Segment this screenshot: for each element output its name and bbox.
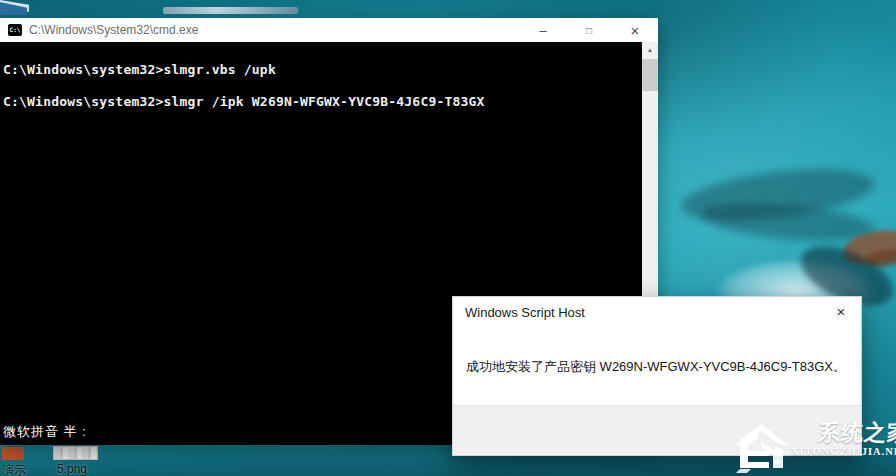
wsh-dialog-titlebar[interactable]: Windows Script Host × [453, 297, 861, 327]
console-line: C:\Windows\system32>slmgr /ipk W269N-WFG… [3, 94, 485, 110]
scrollbar-thumb[interactable] [642, 59, 658, 91]
desktop-item-label: 演示 [2, 462, 26, 476]
desktop-item-label: 5.png [57, 462, 98, 476]
close-button[interactable]: × [612, 18, 658, 42]
file-thumbnail-icon[interactable] [2, 447, 24, 460]
dialog-close-icon[interactable]: × [821, 297, 861, 325]
cmd-app-icon: C:\ [8, 24, 22, 36]
image-thumbnail-icon[interactable] [53, 446, 98, 460]
seaweed-shadow [678, 160, 877, 229]
scrollbar-up-icon[interactable]: ▲ [642, 42, 658, 58]
site-watermark: 系统之家 XITONGZHIJIA.NET [731, 421, 896, 473]
seaweed-shadow [699, 197, 876, 246]
cmd-window-title: C:\Windows\System32\cmd.exe [29, 23, 198, 37]
watermark-brand: 系统之家 [817, 421, 896, 445]
minimize-button[interactable]: – [520, 18, 566, 42]
cmd-titlebar[interactable]: C:\ C:\Windows\System32\cmd.exe – □ × [0, 18, 658, 42]
window-controls: – □ × [520, 18, 658, 42]
wsh-dialog-title: Windows Script Host [465, 305, 585, 320]
wsh-dialog-message: 成功地安装了产品密钥 W269N-WFGWX-YVC9B-4J6C9-T83GX… [466, 358, 846, 376]
console-line: C:\Windows\system32>slmgr.vbs /upk [3, 62, 276, 78]
background-window-fragment [0, 0, 29, 12]
desktop-item-yanshi[interactable]: 演示 [2, 447, 26, 476]
ime-status-bar: 微软拼音 半 : [3, 423, 87, 441]
watermark-site: XITONGZHIJIA.NET [791, 446, 896, 457]
xitongzhijia-logo-icon [731, 421, 789, 473]
coral-rock [840, 225, 896, 269]
background-window-fragment [0, 0, 27, 15]
coral-rock [865, 247, 896, 270]
background-object-fragment [163, 7, 298, 14]
desktop-item-5png[interactable]: 5.png [53, 446, 98, 476]
maximize-button[interactable]: □ [566, 18, 612, 42]
